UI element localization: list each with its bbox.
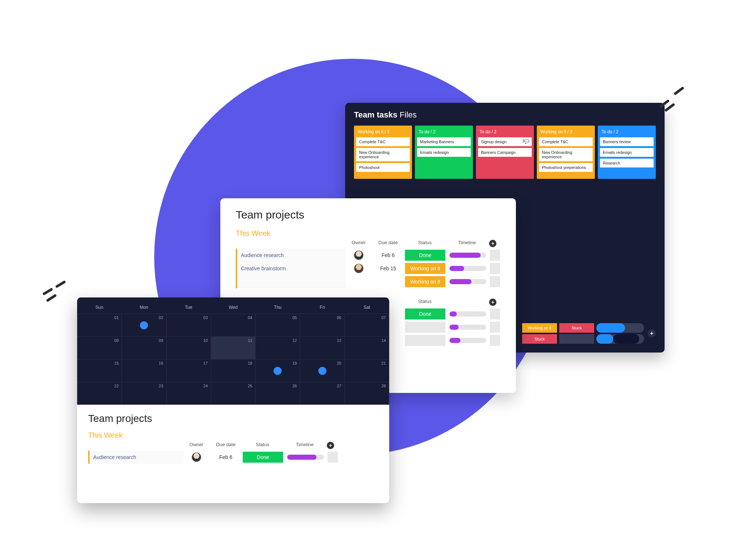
kanban-column[interactable]: Working on it / 3Complete T&CNew Onboard… — [537, 126, 595, 179]
calendar-cell[interactable]: 19 — [256, 359, 300, 382]
timeline-bar[interactable] — [449, 266, 486, 271]
date-number: 27 — [337, 384, 341, 388]
calendar-cell[interactable]: 01 — [77, 314, 122, 336]
kanban-column[interactable]: To do / 2Marketing BannersEmails redesig… — [415, 126, 473, 179]
status-badge[interactable]: Done — [405, 308, 445, 319]
table-row[interactable]: Audience researchFeb 6Done — [236, 249, 516, 262]
col-status: Status — [242, 442, 283, 449]
calendar-cell[interactable]: 08 — [77, 336, 122, 359]
calendar-cell[interactable]: 10 — [167, 336, 211, 359]
col-due-date: Due date — [372, 240, 405, 247]
calendar-cell[interactable]: 20 — [300, 359, 344, 382]
add-button[interactable]: + — [648, 329, 656, 337]
date-number: 02 — [159, 315, 163, 320]
date-number: 24 — [203, 384, 208, 388]
status-badge[interactable]: Working on it — [405, 276, 445, 287]
task-name[interactable]: Audience research — [236, 249, 346, 262]
timeline-bar[interactable] — [449, 279, 486, 284]
status-badge[interactable] — [405, 322, 445, 333]
kanban-column[interactable]: To do / 2Signup design💬3Banners Campaign — [476, 126, 534, 179]
status-badge[interactable]: Done — [243, 452, 283, 463]
timeline-bar[interactable] — [449, 253, 486, 258]
status-badge[interactable]: Stuck — [522, 334, 557, 344]
status-badge[interactable] — [405, 335, 445, 346]
add-column-button[interactable]: + — [489, 299, 496, 306]
calendar-cell[interactable]: 02 — [122, 314, 166, 336]
calendar-cell[interactable]: 28 — [345, 382, 389, 405]
avatar[interactable] — [354, 250, 364, 260]
timeline-bar[interactable] — [449, 311, 486, 317]
kanban-column-title: Working on it / 3 — [539, 129, 593, 137]
calendar-cell[interactable]: 17 — [167, 359, 211, 382]
calendar-cell[interactable]: 11 — [211, 336, 256, 359]
kanban-card[interactable]: Signup design💬3 — [478, 137, 532, 146]
task-name[interactable] — [236, 275, 346, 288]
table-row[interactable]: Creative brainstormFeb 15Working on it — [236, 262, 516, 275]
calendar-cell[interactable]: 06 — [300, 314, 344, 336]
add-column-button[interactable]: + — [327, 442, 334, 449]
calendar-cell[interactable]: 24 — [167, 382, 211, 405]
calendar-cell[interactable]: 22 — [77, 382, 122, 405]
timeline-bar[interactable] — [287, 455, 324, 460]
kanban-column[interactable]: Working on it / 3Complete T&CNew Onboard… — [354, 126, 412, 179]
date-number: 10 — [203, 338, 208, 343]
calendar-cell[interactable]: 04 — [211, 314, 256, 336]
row-stub — [490, 263, 500, 274]
calendar-cell[interactable]: 15 — [77, 359, 122, 382]
kanban-card[interactable]: Banners Campaign — [478, 148, 532, 157]
kanban-card[interactable]: Emails redesign — [417, 148, 471, 157]
table-row[interactable]: Audience research Feb 6 Done — [88, 451, 389, 464]
date-number: 07 — [382, 315, 386, 320]
calendar-dark-region: SunMonTueWedThuFriSat 010203040506070809… — [77, 297, 389, 405]
calendar-cell[interactable]: 14 — [345, 336, 389, 359]
timeline-bar[interactable] — [596, 323, 644, 333]
kanban-column[interactable]: To do / 2Banners reviewEmails redesignRe… — [598, 126, 656, 179]
calendar-cell[interactable]: 13 — [300, 336, 344, 359]
date-number: 18 — [248, 361, 252, 365]
status-badge[interactable] — [559, 334, 594, 344]
calendar-cell[interactable]: 07 — [345, 314, 389, 336]
kanban-card[interactable]: Research — [600, 159, 654, 167]
status-badge[interactable]: Working on it — [522, 323, 557, 333]
calendar-cell[interactable]: 26 — [256, 382, 300, 405]
calendar-cell[interactable]: 16 — [122, 359, 166, 382]
add-column-button[interactable]: + — [489, 240, 496, 247]
kanban-card[interactable]: Complete T&C — [539, 137, 593, 146]
kanban-card[interactable]: Emails redesign — [600, 148, 654, 157]
status-badge[interactable]: Stuck — [559, 323, 594, 333]
avatar[interactable] — [354, 264, 364, 273]
event-dot[interactable] — [318, 367, 326, 375]
calendar-panel: SunMonTueWedThuFriSat 010203040506070809… — [77, 297, 389, 503]
calendar-weekday-header: SunMonTueWedThuFriSat — [77, 301, 389, 314]
calendar-cell[interactable]: 18 — [211, 359, 256, 382]
calendar-cell[interactable]: 27 — [300, 382, 344, 405]
status-badge[interactable]: Working on it — [405, 263, 445, 274]
task-name[interactable]: Audience research — [88, 451, 184, 464]
status-badge[interactable]: Done — [405, 250, 445, 261]
kanban-card[interactable]: Photoshoot preperations — [539, 163, 593, 172]
kanban-title: Team tasks — [354, 110, 397, 119]
kanban-card[interactable]: Complete T&C — [356, 137, 410, 146]
event-dot[interactable] — [140, 321, 148, 329]
calendar-cell[interactable]: 03 — [167, 314, 211, 336]
calendar-cell[interactable]: 21 — [345, 359, 389, 382]
kanban-card[interactable]: New Onboarding experience — [539, 148, 593, 161]
timeline-bar[interactable] — [449, 325, 486, 330]
kanban-card[interactable]: Photoshoot — [356, 163, 410, 172]
kanban-card[interactable]: Banners review — [600, 137, 654, 146]
calendar-cell[interactable]: 25 — [211, 382, 256, 405]
kanban-card[interactable]: Marketing Banners — [417, 137, 471, 146]
task-name[interactable]: Creative brainstorm — [236, 262, 346, 275]
comment-icon: 💬 — [524, 139, 529, 144]
timeline-bar[interactable] — [449, 338, 486, 343]
avatar[interactable] — [192, 452, 201, 462]
table-row[interactable]: Working on it — [236, 275, 516, 288]
calendar-cell[interactable]: 05 — [256, 314, 300, 336]
burst-decoration — [37, 272, 70, 305]
timeline-bar[interactable] — [596, 334, 644, 344]
calendar-cell[interactable]: 09 — [122, 336, 166, 359]
calendar-cell[interactable]: 23 — [122, 382, 166, 405]
event-dot[interactable] — [274, 367, 282, 375]
kanban-card[interactable]: New Onboarding experience — [356, 148, 410, 161]
calendar-cell[interactable]: 12 — [256, 336, 300, 359]
